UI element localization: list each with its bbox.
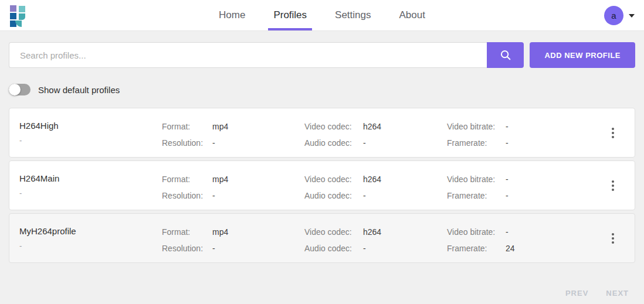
profile-name: H264High	[19, 121, 162, 131]
search-button[interactable]	[487, 42, 524, 68]
field-label: Audio codec:	[304, 137, 363, 149]
field-value: mp4	[212, 173, 228, 185]
profile-description: -	[19, 241, 162, 250]
field-label: Video codec:	[304, 121, 363, 132]
app-logo[interactable]	[10, 5, 28, 26]
format-column: Format: mp4 Resolution: -	[162, 161, 304, 210]
main-nav: Home Profiles Settings About	[213, 0, 431, 30]
field-value: h264	[363, 226, 381, 238]
card-actions	[591, 108, 635, 157]
profile-card: H264High - Format: mp4 Resolution: - Vid…	[9, 108, 635, 158]
field-label: Video bitrate:	[447, 226, 506, 238]
field-value: -	[363, 242, 366, 254]
next-page-button[interactable]: NEXT	[606, 289, 629, 298]
chevron-down-icon[interactable]	[629, 14, 635, 18]
top-navbar: Home Profiles Settings About a	[0, 0, 644, 31]
logo-block	[10, 13, 16, 19]
field-label: Video codec:	[304, 226, 363, 238]
field-value: h264	[363, 173, 381, 185]
search-icon	[499, 49, 512, 62]
add-new-profile-button[interactable]: ADD NEW PROFILE	[530, 42, 635, 68]
nav-item-settings[interactable]: Settings	[330, 0, 376, 30]
show-default-profiles-toggle[interactable]	[9, 84, 30, 95]
profile-description: -	[19, 189, 162, 197]
main-content: ADD NEW PROFILE Show default profiles H2…	[0, 42, 644, 298]
toggle-label: Show default profiles	[38, 85, 120, 95]
field-value: -	[506, 173, 509, 185]
avatar[interactable]: a	[604, 6, 623, 25]
field-label: Framerate:	[447, 137, 506, 149]
prev-page-button[interactable]: PREV	[565, 289, 588, 298]
logo-block	[19, 13, 25, 20]
codec-column: Video codec: h264 Audio codec: -	[304, 214, 447, 262]
card-actions	[591, 161, 635, 210]
format-column: Format: mp4 Resolution: -	[162, 108, 304, 157]
logo-block	[19, 6, 25, 12]
field-label: Resolution:	[162, 190, 212, 201]
profile-name-column: MyH264profile -	[9, 214, 162, 262]
field-label: Framerate:	[447, 190, 506, 201]
bitrate-column: Video bitrate: - Framerate: -	[447, 108, 591, 157]
field-label: Audio codec:	[304, 242, 363, 254]
nav-item-profiles[interactable]: Profiles	[268, 0, 312, 30]
profile-list: H264High - Format: mp4 Resolution: - Vid…	[9, 108, 635, 263]
field-value: -	[212, 190, 215, 201]
field-value: h264	[363, 121, 381, 132]
nav-item-about[interactable]: About	[394, 0, 431, 30]
nav-item-home[interactable]: Home	[213, 0, 250, 30]
profile-name: H264Main	[19, 173, 162, 183]
show-default-profiles-row: Show default profiles	[9, 84, 635, 95]
search-bar: ADD NEW PROFILE	[9, 42, 635, 68]
field-label: Format:	[162, 121, 212, 132]
bitrate-column: Video bitrate: - Framerate: -	[447, 161, 591, 210]
codec-column: Video codec: h264 Audio codec: -	[304, 108, 447, 157]
profile-name: MyH264profile	[19, 226, 162, 236]
field-value: -	[363, 137, 366, 149]
format-column: Format: mp4 Resolution: -	[162, 214, 304, 262]
field-label: Framerate:	[447, 242, 506, 254]
field-label: Format:	[162, 226, 212, 238]
field-value: mp4	[212, 121, 228, 132]
field-value: -	[506, 137, 509, 149]
more-options-icon[interactable]	[608, 124, 618, 142]
field-label: Video bitrate:	[447, 173, 506, 185]
field-label: Audio codec:	[304, 190, 363, 201]
logo-block	[10, 5, 16, 12]
field-label: Format:	[162, 173, 212, 185]
field-value: -	[363, 190, 366, 201]
profile-name-column: H264Main -	[9, 161, 162, 210]
field-value: mp4	[212, 226, 228, 238]
toggle-knob	[9, 84, 21, 95]
pagination: PREV NEXT	[9, 289, 635, 298]
field-label: Resolution:	[162, 242, 212, 254]
bitrate-column: Video bitrate: - Framerate: 24	[447, 214, 591, 262]
card-actions	[591, 214, 635, 262]
field-label: Video codec:	[304, 173, 363, 185]
field-value: -	[506, 190, 509, 201]
profile-card: MyH264profile - Format: mp4 Resolution: …	[9, 213, 635, 263]
search-input[interactable]	[9, 42, 487, 68]
user-menu: a	[604, 0, 635, 31]
profile-name-column: H264High -	[9, 108, 162, 157]
profile-description: -	[19, 136, 162, 145]
field-label: Resolution:	[162, 137, 212, 149]
field-value: -	[506, 226, 509, 238]
profile-card: H264Main - Format: mp4 Resolution: - Vid…	[9, 160, 635, 210]
field-value: -	[506, 121, 509, 132]
codec-column: Video codec: h264 Audio codec: -	[304, 161, 447, 210]
field-value: 24	[506, 242, 515, 254]
field-value: -	[212, 137, 215, 149]
more-options-icon[interactable]	[608, 177, 618, 194]
more-options-icon[interactable]	[608, 230, 618, 247]
field-value: -	[212, 242, 215, 254]
field-label: Video bitrate:	[447, 121, 506, 132]
